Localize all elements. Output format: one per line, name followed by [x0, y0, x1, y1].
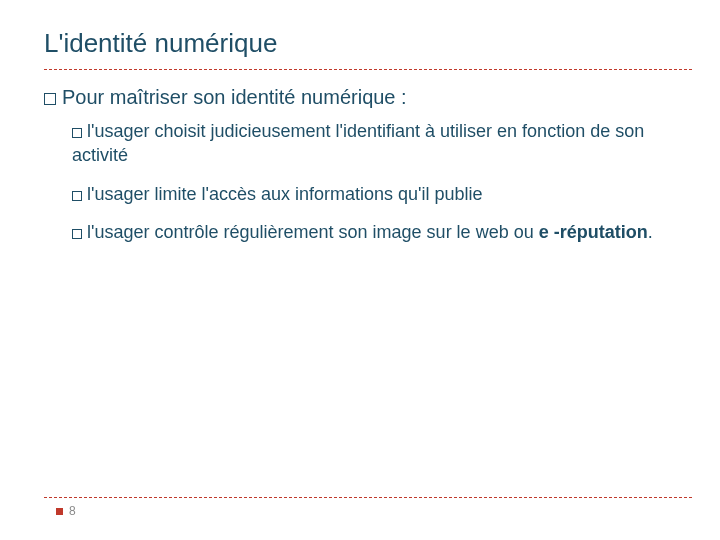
main-bullet: Pour maîtriser son identité numérique :: [44, 84, 692, 109]
sub-bullet-text: l'usager choisit judicieusement l'identi…: [72, 121, 644, 165]
bullet-square-small-icon: [72, 229, 82, 239]
footer-rule: [44, 497, 692, 498]
sub-bullet-text: l'usager contrôle régulièrement son imag…: [87, 222, 539, 242]
bullet-square-small-icon: [72, 191, 82, 201]
sub-bullet-text: .: [648, 222, 653, 242]
sub-bullet: l'usager limite l'accès aux informations…: [72, 182, 692, 206]
sub-bullet-text-bold: e -réputation: [539, 222, 648, 242]
page-number-marker-icon: [56, 508, 63, 515]
sub-bullet-text: l'usager limite l'accès aux informations…: [87, 184, 483, 204]
footer: 8: [0, 497, 720, 518]
bullet-square-small-icon: [72, 128, 82, 138]
slide-title: L'identité numérique: [44, 28, 692, 67]
page-number: 8: [56, 504, 692, 518]
sub-bullet-list: l'usager choisit judicieusement l'identi…: [44, 119, 692, 244]
page-number-text: 8: [69, 504, 76, 518]
sub-bullet: l'usager choisit judicieusement l'identi…: [72, 119, 692, 168]
main-bullet-text: Pour maîtriser son identité numérique :: [62, 86, 407, 108]
title-underline: [44, 69, 692, 70]
sub-bullet: l'usager contrôle régulièrement son imag…: [72, 220, 692, 244]
bullet-square-icon: [44, 93, 56, 105]
slide: L'identité numérique Pour maîtriser son …: [0, 0, 720, 540]
